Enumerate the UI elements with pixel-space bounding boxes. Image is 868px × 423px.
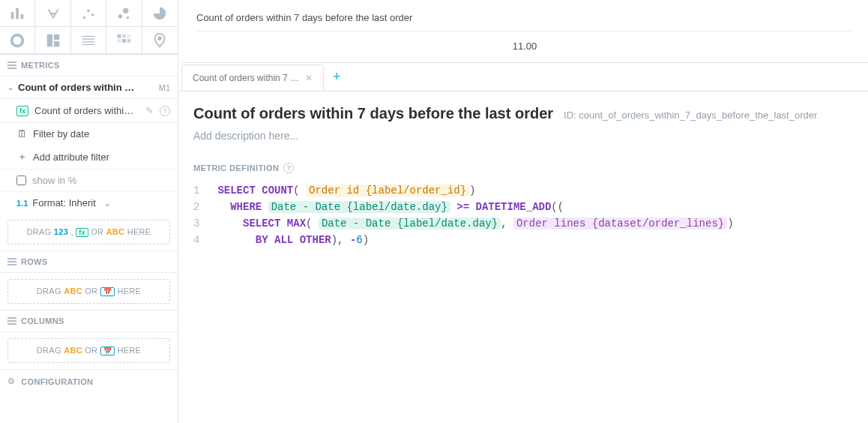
columns-dropzone[interactable]: DRAG ABC OR 📅 HERE	[7, 338, 170, 363]
table-icon[interactable]	[71, 27, 106, 54]
svg-point-4	[87, 9, 90, 12]
svg-rect-22	[127, 39, 131, 43]
tab-label: Count of orders within 7 …	[193, 73, 299, 83]
pie-icon[interactable]	[142, 0, 178, 27]
svg-point-3	[83, 16, 86, 19]
fx-icon: fx	[16, 106, 28, 116]
rows-panel-header: ROWS	[0, 250, 178, 273]
code-editor[interactable]: 1234 SELECT COUNT( Order id {label/order…	[193, 182, 853, 248]
configuration-row[interactable]: ⚙ CONFIGURATION	[0, 369, 178, 393]
scatter-icon[interactable]	[71, 0, 106, 27]
svg-point-7	[123, 8, 128, 13]
tab-metric[interactable]: Count of orders within 7 … ✕	[181, 64, 324, 91]
add-attribute-filter-item[interactable]: ＋ Add attribute filter	[0, 145, 178, 169]
filter-date-label: Filter by date	[33, 128, 89, 140]
svg-point-23	[158, 37, 161, 40]
close-icon[interactable]: ✕	[305, 73, 313, 83]
chevron-down-icon: ⌄	[7, 83, 13, 92]
add-attr-label: Add attribute filter	[33, 152, 109, 163]
show-in-percent-label: show in %	[32, 175, 76, 186]
preview-value: 11.00	[196, 32, 853, 55]
svg-rect-11	[54, 34, 59, 39]
svg-rect-18	[123, 34, 127, 38]
svg-rect-17	[118, 34, 121, 38]
help-icon[interactable]: ?	[283, 163, 294, 173]
abc-type-icon: ABC	[106, 227, 125, 236]
svg-point-6	[118, 14, 123, 17]
metric-editor: Count of orders within 7 days before the…	[178, 92, 868, 262]
metrics-label: METRICS	[21, 61, 60, 70]
columns-panel-header: COLUMNS	[0, 310, 178, 332]
gear-icon: ⚙	[7, 376, 15, 386]
fx-type-icon: fx	[76, 228, 88, 237]
rows-label: ROWS	[21, 257, 47, 266]
pencil-icon[interactable]: ✎	[145, 105, 154, 116]
help-icon[interactable]: ?	[160, 106, 170, 116]
chevron-down-icon: ⌄	[103, 197, 112, 208]
preview-pane: Count of orders within 7 days before the…	[181, 0, 868, 63]
editor-title[interactable]: Count of orders within 7 days before the…	[193, 105, 553, 122]
configuration-label: CONFIGURATION	[21, 377, 93, 386]
treemap-icon[interactable]	[35, 27, 70, 54]
bubble-icon[interactable]	[106, 0, 142, 27]
column-chart-icon[interactable]	[0, 0, 35, 27]
code-body[interactable]: SELECT COUNT( Order id {label/order_id})…	[217, 182, 733, 248]
svg-rect-1	[16, 8, 19, 19]
format-label: Format: Inherit	[32, 197, 96, 208]
metric-tag: M1	[159, 83, 170, 92]
plus-icon: ＋	[16, 150, 27, 164]
abc-type-icon: ABC	[64, 346, 82, 355]
geo-icon[interactable]	[142, 27, 178, 54]
abc-type-icon: ABC	[64, 286, 82, 296]
metric-title: Count of orders within …	[18, 82, 154, 93]
donut-icon[interactable]	[0, 27, 35, 54]
preview-title: Count of orders within 7 days before the…	[196, 12, 853, 32]
number-type-icon: 123	[54, 227, 68, 236]
columns-label: COLUMNS	[21, 316, 64, 326]
date-type-icon: 📅	[100, 346, 115, 356]
calendar-icon: 🗓	[16, 128, 27, 140]
add-tab-button[interactable]: +	[324, 63, 350, 91]
svg-point-9	[12, 34, 23, 46]
token-attribute[interactable]: Order id {label/order_id}	[306, 184, 469, 196]
svg-rect-10	[46, 34, 52, 46]
metrics-panel-header: METRICS	[0, 55, 178, 76]
description-placeholder[interactable]: Add description here...	[193, 130, 853, 142]
svg-rect-21	[123, 39, 127, 43]
format-icon: 1.1	[16, 199, 28, 208]
heatmap-icon[interactable]	[106, 27, 142, 54]
metrics-dropzone[interactable]: DRAG 123 , fx OR ABC HERE	[7, 220, 170, 244]
svg-rect-20	[118, 39, 121, 43]
metric-item[interactable]: ⌄ Count of orders within … M1	[0, 76, 178, 99]
editor-id: ID: count_of_orders_within_7_days_before…	[564, 110, 817, 121]
svg-rect-12	[54, 40, 59, 46]
line-gutter: 1234	[193, 182, 217, 248]
headline-icon[interactable]	[35, 0, 70, 27]
metric-sub-label: Count of orders withi…	[34, 105, 139, 116]
show-in-percent-option[interactable]: show in %	[0, 169, 178, 191]
main-area: Count of orders within 7 days before the…	[178, 0, 868, 423]
rows-dropzone[interactable]: DRAG ABC OR 📅 HERE	[7, 279, 170, 304]
token-date[interactable]: Date - Date {label/date.day}	[268, 201, 450, 213]
svg-rect-19	[127, 34, 131, 38]
metric-sub-item[interactable]: fx Count of orders withi… ✎ ?	[0, 99, 178, 123]
date-type-icon: 📅	[100, 287, 115, 296]
sidebar: METRICS ⌄ Count of orders within … M1 fx…	[0, 0, 178, 423]
filter-by-date-item[interactable]: 🗓 Filter by date	[0, 123, 178, 145]
token-dataset[interactable]: Order lines {dataset/order_lines}	[513, 218, 727, 230]
svg-point-5	[91, 14, 94, 16]
show-in-percent-checkbox[interactable]	[16, 176, 26, 185]
editor-tabs: Count of orders within 7 … ✕ +	[178, 63, 868, 92]
svg-point-8	[127, 16, 130, 19]
token-date[interactable]: Date - Date {label/date.day}	[319, 218, 501, 230]
svg-rect-0	[11, 12, 14, 19]
svg-rect-2	[21, 14, 24, 18]
metric-definition-label: METRIC DEFINITION ?	[193, 163, 853, 173]
chart-type-grid	[0, 0, 178, 55]
format-select[interactable]: 1.1 Format: Inherit ⌄	[0, 191, 178, 214]
